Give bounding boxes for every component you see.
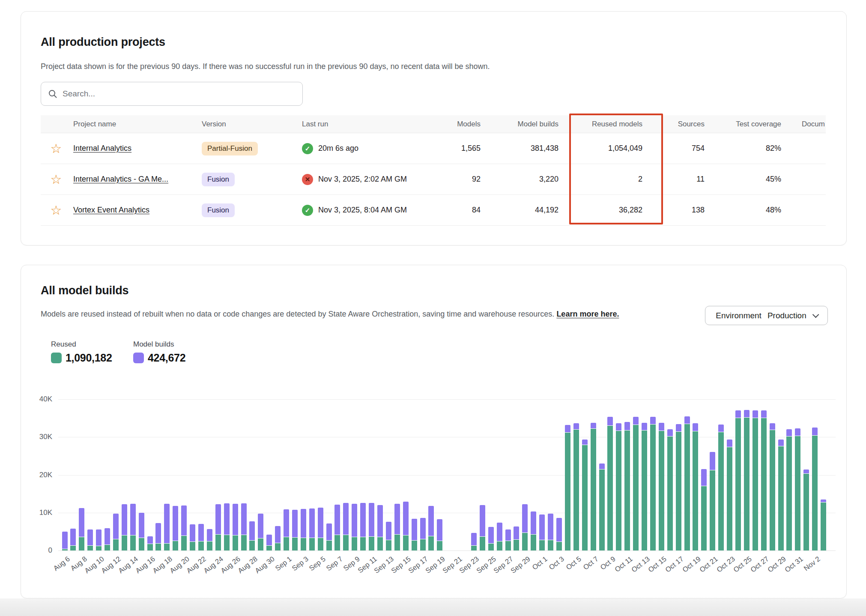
chart-bar-sep-17[interactable] — [420, 518, 426, 550]
chart-bar-aug-10[interactable] — [96, 529, 102, 550]
project-name-link[interactable]: Internal Analytics — [73, 144, 131, 153]
search-box[interactable] — [41, 82, 303, 106]
chart-bar-aug-15[interactable] — [139, 513, 144, 550]
chart-bar-aug-29[interactable] — [258, 514, 263, 550]
chart-bar-aug-17[interactable] — [155, 523, 161, 550]
favorite-star-icon[interactable]: ☆ — [41, 173, 72, 186]
chart-bar-aug-9[interactable] — [87, 529, 93, 550]
chart-bar-nov-2[interactable] — [812, 428, 818, 550]
chart-bar-oct-14[interactable] — [650, 417, 656, 550]
chart-bar-sep-16[interactable] — [412, 519, 417, 550]
chart-bar-aug-19[interactable] — [173, 506, 178, 550]
chart-bar-oct-27[interactable] — [761, 410, 767, 550]
favorite-star-icon[interactable]: ☆ — [41, 204, 72, 217]
chart-bar-oct-21[interactable] — [710, 452, 715, 550]
chart-bar-aug-14[interactable] — [130, 504, 136, 550]
chart-bar-oct-4[interactable] — [565, 425, 570, 550]
chart-bar-sep-27[interactable] — [505, 529, 511, 550]
chart-bar-sep-10[interactable] — [360, 503, 366, 550]
chart-bar-sep-28[interactable] — [514, 526, 519, 550]
chart-bar-oct-22[interactable] — [718, 425, 724, 550]
chart-bar-aug-12[interactable] — [113, 514, 119, 550]
chart-bar-sep-25[interactable] — [488, 527, 494, 550]
chart-bar-aug-25[interactable] — [224, 503, 230, 550]
chart-bar-aug-7[interactable] — [70, 529, 76, 550]
chart-bar-oct-5[interactable] — [573, 423, 579, 550]
col-project-name[interactable]: Project name — [72, 120, 200, 129]
col-sources[interactable]: Sources — [644, 120, 706, 129]
chart-bar-sep-8[interactable] — [343, 503, 349, 550]
chart-bar-nov-1[interactable] — [803, 469, 809, 550]
chart-bar-oct-31[interactable] — [795, 428, 800, 550]
chart-bar-aug-31[interactable] — [275, 526, 281, 550]
chart-bar-aug-11[interactable] — [105, 528, 110, 550]
chart-bar-sep-7[interactable] — [334, 505, 340, 550]
chart-bar-aug-28[interactable] — [249, 521, 255, 550]
chart-bar-oct-1[interactable] — [539, 514, 545, 550]
chart-bar-oct-23[interactable] — [727, 440, 732, 550]
chart-bar-sep-1[interactable] — [284, 509, 289, 550]
chart-bar-sep-5[interactable] — [318, 508, 323, 550]
chart-bar-sep-13[interactable] — [386, 522, 391, 550]
chart-bar-aug-27[interactable] — [241, 503, 247, 550]
chart-bar-nov-3[interactable] — [821, 499, 826, 550]
chart-bar-aug-6[interactable] — [62, 532, 68, 550]
chart-bar-aug-26[interactable] — [233, 504, 238, 550]
chart-bar-aug-22[interactable] — [198, 524, 204, 550]
chart-bar-sep-9[interactable] — [352, 504, 357, 550]
chart-bar-oct-19[interactable] — [693, 423, 698, 550]
chart-bar-aug-18[interactable] — [164, 504, 170, 550]
chart-bar-oct-7[interactable] — [591, 423, 596, 550]
chart-bar-oct-30[interactable] — [786, 429, 792, 550]
chart-bar-sep-18[interactable] — [428, 506, 434, 550]
chart-bar-oct-15[interactable] — [659, 423, 664, 550]
chart-bar-aug-23[interactable] — [207, 529, 212, 550]
chart-bar-aug-30[interactable] — [266, 535, 272, 550]
project-name-link[interactable]: Internal Analytics - GA Me... — [73, 175, 168, 183]
chart-bar-aug-24[interactable] — [215, 504, 221, 550]
chart-bar-oct-13[interactable] — [642, 423, 647, 550]
chart-bar-oct-24[interactable] — [735, 410, 741, 550]
chart-bar-sep-24[interactable] — [480, 505, 485, 550]
chart-bar-oct-16[interactable] — [667, 429, 673, 550]
chart-bar-oct-3[interactable] — [556, 518, 562, 550]
chart-bar-oct-26[interactable] — [753, 410, 758, 550]
chart-bar-aug-16[interactable] — [147, 536, 153, 550]
col-reused-models[interactable]: Reused models — [560, 120, 644, 129]
chart-bar-sep-29[interactable] — [522, 504, 528, 550]
chart-bar-oct-18[interactable] — [684, 416, 690, 550]
chart-bar-sep-12[interactable] — [377, 505, 383, 550]
col-model-builds[interactable]: Model builds — [482, 120, 560, 129]
chart-bar-sep-2[interactable] — [292, 510, 298, 550]
col-models[interactable]: Models — [433, 120, 482, 129]
col-last-run[interactable]: Last run — [300, 120, 433, 129]
chart-bar-sep-19[interactable] — [437, 519, 442, 550]
chart-bar-oct-10[interactable] — [616, 423, 621, 550]
chart-bar-oct-8[interactable] — [599, 463, 605, 550]
chart-bar-sep-3[interactable] — [301, 509, 306, 550]
chart-bar-sep-14[interactable] — [394, 504, 400, 550]
table-row[interactable]: ☆ Internal Analytics Partial-Fusion ✓ 20… — [41, 133, 826, 164]
chart-bar-aug-21[interactable] — [190, 524, 195, 550]
col-version[interactable]: Version — [200, 120, 300, 129]
project-name-link[interactable]: Vortex Event Analytics — [73, 206, 149, 214]
chart-bar-oct-29[interactable] — [778, 440, 784, 550]
chart-bar-sep-30[interactable] — [531, 511, 536, 550]
chart-bar-sep-23[interactable] — [471, 533, 477, 550]
col-test-coverage[interactable]: Test coverage — [706, 120, 783, 129]
col-documentation[interactable]: Docum — [783, 120, 826, 129]
chart-bar-aug-20[interactable] — [181, 505, 187, 550]
learn-more-link[interactable]: Learn more here. — [556, 310, 619, 318]
chart-bar-aug-13[interactable] — [122, 504, 127, 550]
chart-bar-oct-25[interactable] — [744, 410, 750, 550]
favorite-star-icon[interactable]: ☆ — [41, 142, 72, 155]
chart-bar-oct-20[interactable] — [701, 469, 707, 550]
chart-bar-oct-9[interactable] — [607, 417, 613, 550]
search-input[interactable] — [63, 89, 296, 99]
chart-bar-oct-6[interactable] — [582, 440, 588, 550]
chart-bar-oct-11[interactable] — [624, 422, 630, 550]
table-row[interactable]: ☆ Vortex Event Analytics Fusion ✓ Nov 3,… — [41, 195, 826, 226]
chart-bar-oct-12[interactable] — [633, 417, 639, 550]
chart-bar-sep-4[interactable] — [309, 508, 315, 550]
chart-bar-oct-28[interactable] — [770, 423, 775, 550]
